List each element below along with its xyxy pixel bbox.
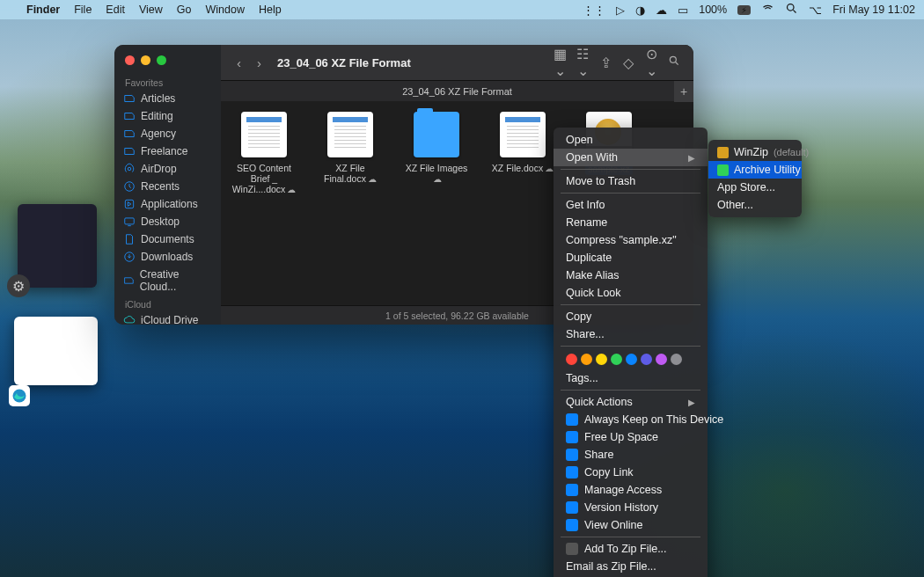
menu-tags[interactable]: Tags... (554, 369, 708, 387)
sidebar-section-icloud: iCloud (114, 296, 221, 311)
spotlight-icon[interactable] (785, 2, 798, 18)
tag-green[interactable] (611, 354, 622, 365)
menu-qa-version-history[interactable]: Version History (554, 499, 708, 516)
battery-icon[interactable]: ⚡︎ (737, 5, 751, 15)
minimize-button[interactable] (141, 55, 150, 65)
menu-qa-view-online[interactable]: View Online (554, 516, 708, 534)
sidebar-item-downloads[interactable]: Downloads (114, 248, 221, 266)
menu-help[interactable]: Help (259, 4, 282, 16)
search-icon[interactable] (667, 55, 681, 70)
menu-quick-actions[interactable]: Quick Actions▶ (554, 393, 708, 411)
tag-pink[interactable] (656, 354, 667, 365)
menu-duplicate[interactable]: Duplicate (554, 249, 708, 267)
menu-qa-manage-access[interactable]: Manage Access (554, 481, 708, 499)
background-window-winzip[interactable] (14, 317, 98, 385)
menu-quick-look[interactable]: Quick Look (554, 284, 708, 302)
tag-purple[interactable] (641, 354, 652, 365)
share-icon[interactable]: ⇪ (598, 55, 612, 71)
tag-colors-row (554, 349, 708, 369)
menu-email-as-zip[interactable]: Email as Zip File... (554, 558, 708, 575)
display-icon[interactable]: ▭ (678, 4, 688, 17)
sidebar-item-documents[interactable]: Documents (114, 230, 221, 248)
tag-yellow[interactable] (596, 354, 607, 365)
menu-view[interactable]: View (139, 4, 163, 16)
sync-icon[interactable]: ◑ (635, 4, 645, 17)
file-item[interactable]: XZ File.docx☁︎ (488, 112, 557, 173)
background-window-vscode[interactable] (18, 204, 97, 288)
menu-open-with[interactable]: Open With▶ (554, 149, 708, 166)
actions-icon[interactable]: ⊙ ⌄ (644, 46, 658, 79)
cloud-download-icon: ☁︎ (287, 185, 296, 194)
zoom-icon[interactable]: ⋮⋮ (583, 4, 605, 17)
view-mode-icon[interactable]: ▦ ⌄ (553, 46, 567, 79)
file-item[interactable]: XZ File Final.docx☁︎ (316, 112, 385, 184)
zoom-button[interactable] (157, 55, 166, 65)
battery-percent[interactable]: 100% (699, 4, 727, 16)
menu-qa-free-up-space[interactable]: Free Up Space (554, 428, 708, 446)
app-name[interactable]: Finder (26, 4, 60, 16)
separator (561, 193, 700, 194)
window-title: 23_04_06 XZ File Format (277, 56, 411, 69)
submenu-other[interactable]: Other... (708, 196, 802, 214)
submenu-archive-utility[interactable]: Archive Utility (708, 161, 802, 179)
menu-copy[interactable]: Copy (554, 308, 708, 325)
edge-browser-icon[interactable] (9, 385, 30, 406)
cloud-icon (566, 431, 578, 443)
control-center-icon[interactable]: ⌥ (809, 4, 822, 17)
sidebar-item-icloud-drive[interactable]: iCloud Drive (114, 311, 221, 325)
sidebar-item-applications[interactable]: Applications (114, 195, 221, 213)
file-item[interactable]: XZ File Images☁︎ (402, 112, 471, 184)
sidebar-item-agency[interactable]: Agency (114, 125, 221, 142)
close-button[interactable] (125, 55, 135, 65)
new-tab-button[interactable]: + (674, 81, 693, 102)
sidebar-item-articles[interactable]: Articles (114, 90, 221, 107)
menu-make-alias[interactable]: Make Alias (554, 267, 708, 284)
group-icon[interactable]: ☷ ⌄ (576, 46, 590, 79)
menu-move-to-trash[interactable]: Move to Trash (554, 172, 708, 190)
menu-edit[interactable]: Edit (106, 4, 125, 16)
sidebar-item-freelance[interactable]: Freelance (114, 142, 221, 160)
docx-icon (500, 112, 546, 157)
tag-red[interactable] (566, 354, 577, 365)
tag-gray[interactable] (671, 354, 682, 365)
docx-icon (241, 112, 287, 157)
menu-get-info[interactable]: Get Info (554, 196, 708, 214)
menu-window[interactable]: Window (205, 4, 244, 16)
menu-file[interactable]: File (74, 4, 92, 16)
cloud-icon[interactable]: ☁︎ (656, 4, 667, 17)
sidebar-item-creative-cloud[interactable]: Creative Cloud... (114, 266, 221, 296)
menu-share[interactable]: Share... (554, 325, 708, 343)
winzip-app-icon (717, 147, 729, 158)
sidebar-item-editing[interactable]: Editing (114, 107, 221, 125)
system-settings-icon[interactable]: ⚙︎ (7, 274, 30, 297)
menu-qa-copy-link[interactable]: Copy Link (554, 464, 708, 481)
menu-rename[interactable]: Rename (554, 214, 708, 231)
menu-qa-share[interactable]: Share (554, 446, 708, 464)
tag-blue[interactable] (626, 354, 637, 365)
sidebar-item-recents[interactable]: Recents (114, 178, 221, 195)
tag-orange[interactable] (581, 354, 592, 365)
submenu-arrow-icon: ▶ (688, 398, 695, 407)
link-icon (566, 466, 578, 478)
forward-button[interactable]: › (253, 55, 265, 70)
clock[interactable]: Fri May 19 11:02 (832, 4, 915, 16)
menu-add-to-zip[interactable]: Add To Zip File... (554, 540, 708, 558)
submenu-winzip-default[interactable]: WinZip (default) (708, 143, 802, 161)
menu-compress[interactable]: Compress "sample.xz" (554, 231, 708, 249)
play-icon[interactable]: ▷ (616, 4, 625, 17)
docx-icon (327, 112, 373, 157)
wifi-icon[interactable] (761, 2, 774, 18)
tags-icon[interactable]: ◇ (621, 55, 635, 71)
separator (561, 169, 700, 170)
menu-go[interactable]: Go (177, 4, 192, 16)
sidebar-item-desktop[interactable]: Desktop (114, 213, 221, 230)
path-bar[interactable]: 23_04_06 XZ File Format + (221, 80, 693, 101)
separator (561, 390, 700, 391)
file-item[interactable]: SEO Content Brief _ WinZi....docx☁︎ (230, 112, 298, 194)
back-button[interactable]: ‹ (233, 55, 245, 70)
submenu-app-store[interactable]: App Store... (708, 179, 802, 196)
menu-open[interactable]: Open (554, 131, 708, 149)
sidebar-item-airdrop[interactable]: AirDrop (114, 160, 221, 178)
menu-qa-keep-on-device[interactable]: Always Keep on This Device (554, 411, 708, 428)
finder-toolbar: ‹ › 23_04_06 XZ File Format ▦ ⌄ ☷ ⌄ ⇪ ◇ … (221, 45, 693, 80)
